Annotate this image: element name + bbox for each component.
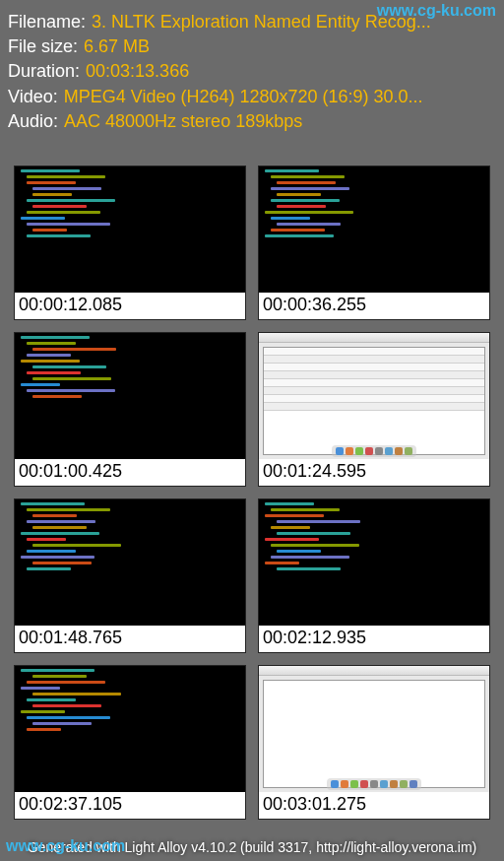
duration-row: Duration: 00:03:13.366: [8, 59, 496, 84]
duration-value: 00:03:13.366: [86, 59, 189, 84]
thumbnail-timestamp: 00:01:00.425: [15, 459, 245, 486]
file-info-header: Filename: 3. NLTK Exploration Named Enti…: [0, 0, 504, 142]
thumbnail-timestamp: 00:00:36.255: [259, 293, 489, 319]
thumbnail-timestamp: 00:01:24.595: [259, 459, 489, 486]
thumbnail-image: [15, 166, 245, 293]
video-value: MPEG4 Video (H264) 1280x720 (16:9) 30.0.…: [64, 85, 423, 109]
thumbnail-timestamp: 00:01:48.765: [15, 626, 245, 652]
thumbnail[interactable]: 00:02:37.105: [14, 665, 246, 820]
thumbnail-image: [15, 499, 245, 626]
watermark-top: www.cg-ku.com: [377, 2, 496, 20]
thumbnail[interactable]: 00:02:12.935: [258, 498, 490, 653]
thumbnail-image: [15, 333, 245, 459]
thumbnail-image: [259, 166, 489, 293]
thumbnail-image: [259, 499, 489, 626]
watermark-bottom: www.cg-ku.com: [6, 837, 125, 855]
filesize-value: 6.67 MB: [84, 34, 150, 59]
thumbnail-timestamp: 00:02:12.935: [259, 626, 489, 652]
audio-value: AAC 48000Hz stereo 189kbps: [64, 109, 302, 134]
thumbnail[interactable]: 00:01:48.765: [14, 498, 246, 653]
thumbnail-grid: 00:00:12.085 00:00:36.255: [0, 142, 504, 824]
video-label: Video:: [8, 85, 58, 109]
thumbnail-image: [259, 333, 489, 459]
thumbnail-timestamp: 00:03:01.275: [259, 792, 489, 819]
thumbnail-image: [15, 666, 245, 792]
thumbnail-timestamp: 00:00:12.085: [15, 293, 245, 319]
duration-label: Duration:: [8, 59, 80, 84]
audio-label: Audio:: [8, 109, 58, 134]
thumbnail[interactable]: 00:03:01.275: [258, 665, 490, 820]
filename-label: Filename:: [8, 10, 86, 34]
thumbnail[interactable]: 00:00:12.085: [14, 166, 246, 320]
audio-row: Audio: AAC 48000Hz stereo 189kbps: [8, 109, 496, 134]
thumbnail[interactable]: 00:01:24.595: [258, 332, 490, 487]
video-row: Video: MPEG4 Video (H264) 1280x720 (16:9…: [8, 85, 496, 109]
thumbnail-image: [259, 666, 489, 792]
filesize-label: File size:: [8, 34, 78, 59]
filesize-row: File size: 6.67 MB: [8, 34, 496, 59]
thumbnail[interactable]: 00:01:00.425: [14, 332, 246, 487]
thumbnail[interactable]: 00:00:36.255: [258, 166, 490, 320]
thumbnail-timestamp: 00:02:37.105: [15, 792, 245, 819]
